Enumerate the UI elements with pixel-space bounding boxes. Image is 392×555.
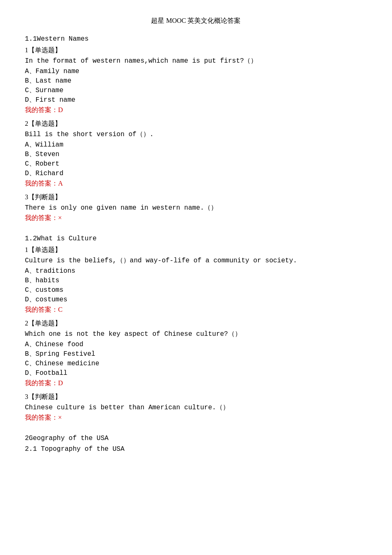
answer-1-1-1: 我的答案：D (25, 106, 367, 115)
question-1-2-1-text: Culture is the beliefs,（）and way-of-life… (25, 256, 367, 265)
option-a: A、William (25, 140, 367, 149)
question-1-2-2: 2【单选题】 Which one is not the key aspect o… (25, 319, 367, 388)
option-a: A、Chinese food (25, 340, 367, 349)
question-1-1-3-text: There is only one given name in western … (25, 203, 367, 212)
option-c: C、Robert (25, 159, 367, 168)
option-d: D、First name (25, 95, 367, 104)
option-b: B、Last name (25, 76, 367, 85)
question-1-1-2: 2【单选题】 Bill is the short version of（）. A… (25, 120, 367, 188)
question-1-2-2-text: Which one is not the key aspect of Chine… (25, 330, 367, 338)
option-c: C、customs (25, 286, 367, 294)
section-2-title: 2Geography of the USA (25, 435, 367, 442)
question-1-2-3: 3【判断题】 Chinese culture is better than Am… (25, 393, 367, 422)
section-1-2: 1.2What is Culture 1【单选题】 Culture is the… (25, 235, 367, 422)
question-1-1-3-label: 3【判断题】 (25, 193, 367, 202)
answer-1-1-2: 我的答案：A (25, 179, 367, 188)
answer-1-2-3: 我的答案：× (25, 413, 367, 422)
option-b: B、habits (25, 276, 367, 285)
option-d: D、Richard (25, 169, 367, 178)
section-1-2-title: 1.2What is Culture (25, 235, 367, 242)
page-title: 超星 MOOC 英美文化概论答案 (25, 17, 367, 25)
section-1-1-title: 1.1Western Names (25, 35, 367, 43)
option-c: C、Surname (25, 86, 367, 95)
answer-1-1-3: 我的答案：× (25, 214, 367, 222)
question-1-2-3-label: 3【判断题】 (25, 393, 367, 401)
question-1-2-2-label: 2【单选题】 (25, 319, 367, 328)
option-a: A、Family name (25, 67, 367, 76)
page-container: 超星 MOOC 英美文化概论答案 1.1Western Names 1【单选题】… (25, 17, 367, 453)
question-1-1-2-label: 2【单选题】 (25, 120, 367, 128)
option-a: A、traditions (25, 266, 367, 275)
question-1-2-1: 1【单选题】 Culture is the beliefs,（）and way-… (25, 246, 367, 314)
section-2: 2Geography of the USA 2.1 Topography of … (25, 435, 367, 453)
option-b: B、Steven (25, 150, 367, 159)
question-1-2-3-text: Chinese culture is better than American … (25, 403, 367, 412)
question-1-2-1-label: 1【单选题】 (25, 246, 367, 254)
question-1-1-2-text: Bill is the short version of（）. (25, 130, 367, 139)
question-1-1-1-label: 1【单选题】 (25, 46, 367, 55)
option-c: C、Chinese medicine (25, 359, 367, 368)
section-1-1: 1.1Western Names 1【单选题】 In the format of… (25, 35, 367, 222)
option-d: D、Football (25, 369, 367, 377)
section-2-1-title: 2.1 Topography of the USA (25, 445, 367, 453)
question-1-1-3: 3【判断题】 There is only one given name in w… (25, 193, 367, 222)
answer-1-2-2: 我的答案：D (25, 379, 367, 388)
option-b: B、Spring Festivel (25, 350, 367, 358)
option-d: D、costumes (25, 295, 367, 304)
question-1-1-1: 1【单选题】 In the format of western names,wh… (25, 46, 367, 115)
answer-1-2-1: 我的答案：C (25, 306, 367, 314)
question-1-1-1-text: In the format of western names,which nam… (25, 56, 367, 65)
